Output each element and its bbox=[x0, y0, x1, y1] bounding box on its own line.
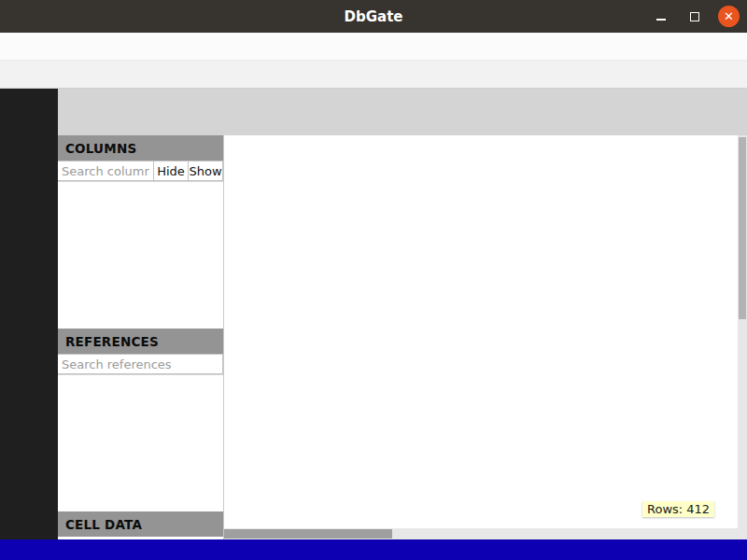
maximize-button[interactable] bbox=[684, 7, 705, 27]
tab-group-row bbox=[58, 89, 747, 105]
columns-list bbox=[58, 182, 223, 329]
menu-bar bbox=[0, 33, 747, 61]
tab-strip bbox=[58, 89, 747, 135]
status-bar bbox=[0, 539, 747, 560]
references-search-input[interactable] bbox=[58, 354, 223, 374]
references-search-row bbox=[58, 354, 223, 375]
references-body bbox=[58, 375, 223, 377]
columns-search-row: Hide Show bbox=[58, 161, 223, 182]
hide-button[interactable]: Hide bbox=[154, 161, 189, 181]
data-grid: Rows: 412 bbox=[224, 135, 747, 539]
vertical-scrollbar[interactable] bbox=[738, 135, 747, 528]
tab-row bbox=[58, 105, 747, 135]
dbgate-window: DbGate ✕ COLUMNS Hide Show REFERENCES CE… bbox=[0, 0, 747, 560]
horizontal-scrollbar[interactable] bbox=[224, 528, 747, 539]
title-bar: DbGate ✕ bbox=[0, 0, 747, 33]
toolbar bbox=[0, 61, 747, 89]
grid-header-row bbox=[224, 135, 747, 157]
grid-filter-row bbox=[224, 157, 747, 177]
rows-count-badge: Rows: 412 bbox=[642, 501, 714, 517]
window-title: DbGate bbox=[345, 8, 403, 25]
columns-search-input[interactable] bbox=[58, 161, 154, 181]
show-button[interactable]: Show bbox=[189, 161, 223, 181]
left-panel: COLUMNS Hide Show REFERENCES CELL DATA bbox=[58, 135, 224, 539]
references-panel-header: REFERENCES bbox=[58, 329, 223, 354]
horizontal-scrollbar-thumb[interactable] bbox=[224, 529, 392, 539]
window-controls: ✕ bbox=[651, 0, 740, 33]
minimize-button[interactable] bbox=[651, 7, 671, 27]
close-button[interactable]: ✕ bbox=[718, 6, 740, 27]
grid-rows bbox=[224, 177, 738, 528]
vertical-scrollbar-thumb[interactable] bbox=[739, 137, 746, 319]
columns-panel-header: COLUMNS bbox=[58, 135, 223, 161]
cell-data-panel-header: CELL DATA bbox=[58, 511, 223, 537]
icon-sidebar bbox=[0, 89, 58, 539]
